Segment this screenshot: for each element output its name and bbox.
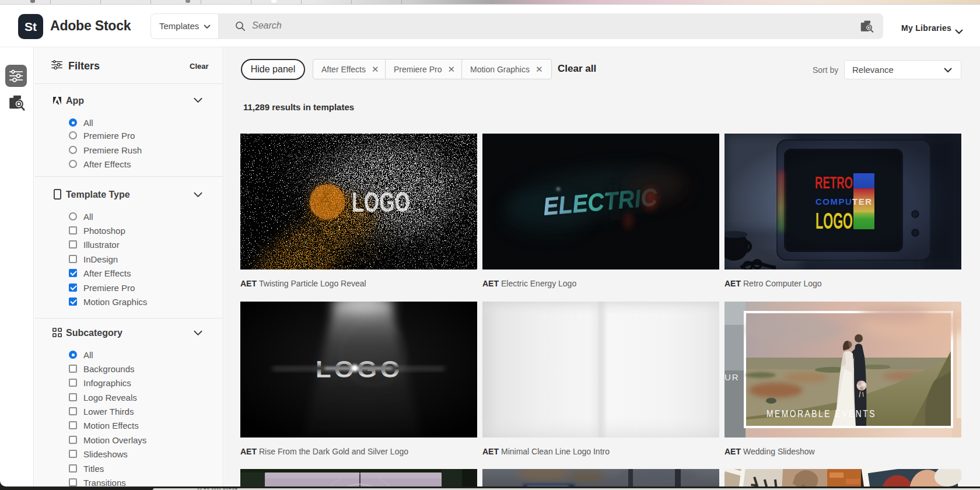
svg-text:LOGO: LOGO bbox=[352, 187, 410, 218]
svg-text:UR: UR bbox=[724, 372, 740, 382]
svg-text:MEMORABLE EVENTS: MEMORABLE EVENTS bbox=[766, 409, 876, 419]
